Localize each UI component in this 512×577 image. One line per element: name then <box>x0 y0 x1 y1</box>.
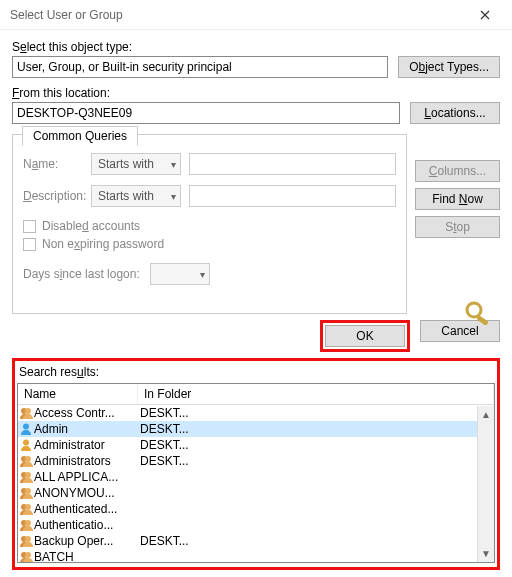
tab-common-queries[interactable]: Common Queries <box>22 126 138 146</box>
name-starts-with-combo: Starts with▾ <box>91 153 181 175</box>
svg-point-0 <box>467 303 481 317</box>
svg-point-9 <box>25 472 31 478</box>
result-folder: DESKT... <box>138 454 494 468</box>
svg-point-11 <box>25 488 31 494</box>
result-name: Authenticated... <box>34 502 138 516</box>
chevron-down-icon: ▾ <box>200 269 205 280</box>
stop-button: Stop <box>415 216 500 238</box>
svg-point-7 <box>25 456 31 462</box>
ok-button[interactable]: OK <box>325 325 405 347</box>
object-type-section: Select this object type: Object Types... <box>12 40 500 78</box>
table-row[interactable]: Authenticatio... <box>18 517 494 533</box>
chevron-down-icon: ▾ <box>171 159 176 170</box>
group-icon <box>18 454 34 468</box>
svg-point-19 <box>25 552 31 558</box>
days-since-last-logon-combo: ▾ <box>150 263 210 285</box>
svg-point-3 <box>25 408 31 414</box>
group-icon <box>18 486 34 500</box>
table-row[interactable]: AdministratorDESKT... <box>18 437 494 453</box>
scroll-up-icon[interactable]: ▲ <box>478 406 494 423</box>
search-results-list[interactable]: Name In Folder Access Contr...DESKT...Ad… <box>17 383 495 563</box>
user-icon <box>18 438 34 452</box>
table-row[interactable]: Authenticated... <box>18 501 494 517</box>
location-field[interactable] <box>12 102 400 124</box>
column-name[interactable]: Name <box>18 384 138 404</box>
result-name: Administrator <box>34 438 138 452</box>
svg-rect-1 <box>476 315 489 326</box>
user-icon <box>18 422 34 436</box>
locations-button[interactable]: Locations... <box>410 102 500 124</box>
group-icon <box>18 534 34 548</box>
object-types-button[interactable]: Object Types... <box>398 56 500 78</box>
description-label: Description: <box>23 189 91 203</box>
object-type-label: Select this object type: <box>12 40 500 54</box>
location-label: From this location: <box>12 86 500 100</box>
result-folder: DESKT... <box>138 534 494 548</box>
common-queries-panel: Common Queries Name: Starts with▾ Descri… <box>12 134 407 314</box>
group-icon <box>18 470 34 484</box>
svg-point-5 <box>23 440 29 446</box>
column-in-folder[interactable]: In Folder <box>138 384 494 404</box>
days-since-last-logon-label: Days since last logon: <box>23 267 140 281</box>
scroll-down-icon[interactable]: ▼ <box>478 545 494 562</box>
window-title: Select User or Group <box>4 8 123 22</box>
result-name: Administrators <box>34 454 138 468</box>
result-folder: DESKT... <box>138 406 494 420</box>
group-icon <box>18 550 34 563</box>
group-icon <box>18 502 34 516</box>
result-name: Admin <box>34 422 138 436</box>
side-buttons: Columns... Find Now Stop <box>415 160 500 238</box>
result-name: Authenticatio... <box>34 518 138 532</box>
result-name: Access Contr... <box>34 406 138 420</box>
columns-header[interactable]: Name In Folder <box>18 384 494 405</box>
columns-button: Columns... <box>415 160 500 182</box>
close-icon[interactable] <box>462 0 508 30</box>
scrollbar[interactable]: ▲ ▼ <box>477 406 494 562</box>
result-name: ANONYMOU... <box>34 486 138 500</box>
name-input <box>189 153 396 175</box>
table-row[interactable]: AdministratorsDESKT... <box>18 453 494 469</box>
table-row[interactable]: Backup Oper...DESKT... <box>18 533 494 549</box>
result-name: Backup Oper... <box>34 534 138 548</box>
result-name: BATCH <box>34 550 138 563</box>
svg-point-13 <box>25 504 31 510</box>
non-expiring-password-checkbox: Non expiring password <box>23 237 396 251</box>
table-row[interactable]: Access Contr...DESKT... <box>18 405 494 421</box>
ok-highlight: OK <box>320 320 410 352</box>
table-row[interactable]: ANONYMOU... <box>18 485 494 501</box>
table-row[interactable]: ALL APPLICA... <box>18 469 494 485</box>
location-section: From this location: Locations... <box>12 86 500 124</box>
table-row[interactable]: AdminDESKT... <box>18 421 494 437</box>
result-folder: DESKT... <box>138 422 494 436</box>
result-folder: DESKT... <box>138 438 494 452</box>
table-row[interactable]: BATCH <box>18 549 494 563</box>
description-input <box>189 185 396 207</box>
svg-point-4 <box>23 424 29 430</box>
result-name: ALL APPLICA... <box>34 470 138 484</box>
magnifier-icon <box>462 300 494 326</box>
find-now-button[interactable]: Find Now <box>415 188 500 210</box>
disabled-accounts-checkbox: Disabled accounts <box>23 219 396 233</box>
group-icon <box>18 406 34 420</box>
svg-point-17 <box>25 536 31 542</box>
object-type-field[interactable] <box>12 56 388 78</box>
chevron-down-icon: ▾ <box>171 191 176 202</box>
name-label: Name: <box>23 157 91 171</box>
group-icon <box>18 518 34 532</box>
titlebar: Select User or Group <box>0 0 512 30</box>
svg-point-15 <box>25 520 31 526</box>
search-results-label: Search results: <box>17 363 495 383</box>
search-results-highlight: Search results: Name In Folder Access Co… <box>12 358 500 570</box>
dialog-buttons: OK Cancel <box>0 314 512 358</box>
description-starts-with-combo: Starts with▾ <box>91 185 181 207</box>
